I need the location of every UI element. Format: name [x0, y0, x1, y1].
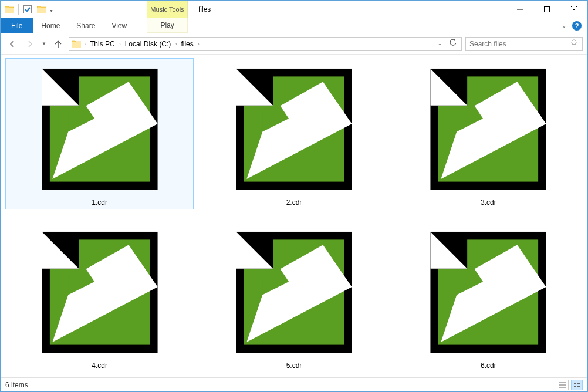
- qat-dropdown-icon[interactable]: –▼: [49, 3, 62, 16]
- file-item[interactable]: 5.cdr: [200, 221, 388, 373]
- navigation-bar: ▼ › This PC › Local Disk (C:) › files › …: [1, 33, 587, 55]
- file-item[interactable]: 1.cdr: [5, 58, 194, 209]
- address-folder-icon: [70, 40, 82, 48]
- file-item[interactable]: 6.cdr: [394, 221, 583, 373]
- large-icons-view-button[interactable]: [571, 380, 583, 390]
- cdr-file-icon: [228, 224, 360, 360]
- svg-line-12: [576, 44, 578, 46]
- cdr-file-icon: [423, 224, 554, 360]
- file-item[interactable]: 2.cdr: [200, 58, 388, 209]
- refresh-button[interactable]: [445, 39, 460, 49]
- properties-checkbox-icon[interactable]: [21, 3, 34, 16]
- svg-rect-17: [577, 383, 580, 384]
- new-folder-icon[interactable]: [35, 3, 48, 16]
- file-name-label: 4.cdr: [92, 361, 107, 370]
- address-dropdown-icon[interactable]: ⌄: [434, 41, 445, 46]
- tab-view[interactable]: View: [103, 18, 135, 33]
- search-input[interactable]: [469, 40, 570, 48]
- search-box[interactable]: [465, 37, 583, 51]
- cdr-file-icon: [423, 61, 554, 197]
- tab-share[interactable]: Share: [68, 18, 103, 33]
- back-button[interactable]: [5, 37, 19, 51]
- ribbon-tab-strip: File Home Share View Play ⌄ ?: [1, 18, 587, 33]
- file-tab[interactable]: File: [1, 18, 33, 33]
- item-count-text: 6 items: [5, 381, 28, 389]
- chevron-right-icon[interactable]: ›: [196, 41, 201, 47]
- minimize-button[interactable]: [506, 1, 533, 18]
- svg-rect-8: [545, 7, 550, 12]
- chevron-right-icon[interactable]: ›: [82, 41, 87, 47]
- svg-rect-18: [574, 386, 576, 387]
- help-icon[interactable]: ?: [572, 21, 582, 31]
- cdr-file-icon: [34, 224, 165, 360]
- file-name-label: 5.cdr: [286, 361, 302, 370]
- contextual-tab-header: Music Tools: [147, 1, 188, 18]
- breadcrumb-segment[interactable]: Local Disk (C:): [123, 38, 174, 50]
- file-name-label: 6.cdr: [481, 361, 496, 370]
- tab-home[interactable]: Home: [33, 18, 68, 33]
- file-list-pane[interactable]: 1.cdr2.cdr3.cdr4.cdr5.cdr6.cdr: [1, 55, 587, 377]
- svg-rect-19: [577, 386, 580, 387]
- quick-access-toolbar: –▼: [1, 1, 65, 18]
- chevron-right-icon[interactable]: ›: [117, 41, 123, 47]
- svg-rect-16: [574, 383, 576, 384]
- file-name-label: 2.cdr: [286, 198, 302, 207]
- ribbon-expand-icon[interactable]: ⌄: [562, 22, 566, 29]
- file-name-label: 1.cdr: [92, 198, 107, 207]
- tab-play[interactable]: Play: [147, 18, 188, 33]
- cdr-file-icon: [228, 61, 360, 197]
- separator: [18, 4, 19, 15]
- window-controls: [506, 1, 587, 18]
- svg-rect-6: [24, 5, 32, 13]
- breadcrumb-segment[interactable]: This PC: [87, 38, 117, 50]
- address-bar[interactable]: › This PC › Local Disk (C:) › files › ⌄: [69, 37, 462, 51]
- breadcrumb-segment[interactable]: files: [178, 38, 195, 50]
- search-icon[interactable]: [570, 39, 579, 49]
- file-item[interactable]: 4.cdr: [5, 221, 194, 373]
- forward-button[interactable]: [23, 37, 37, 51]
- file-name-label: 3.cdr: [481, 198, 496, 207]
- app-folder-icon: [3, 3, 16, 16]
- chevron-right-icon[interactable]: ›: [173, 41, 178, 47]
- cdr-file-icon: [34, 61, 165, 197]
- title-bar: –▼ Music Tools files: [1, 1, 587, 18]
- status-bar: 6 items: [1, 377, 587, 391]
- up-button[interactable]: [51, 37, 65, 51]
- window-title: files: [198, 1, 211, 18]
- details-view-button[interactable]: [557, 380, 569, 390]
- recent-dropdown-icon[interactable]: ▼: [40, 37, 48, 51]
- close-button[interactable]: [560, 1, 587, 18]
- file-item[interactable]: 3.cdr: [394, 58, 583, 209]
- svg-point-11: [572, 40, 576, 45]
- maximize-button[interactable]: [533, 1, 560, 18]
